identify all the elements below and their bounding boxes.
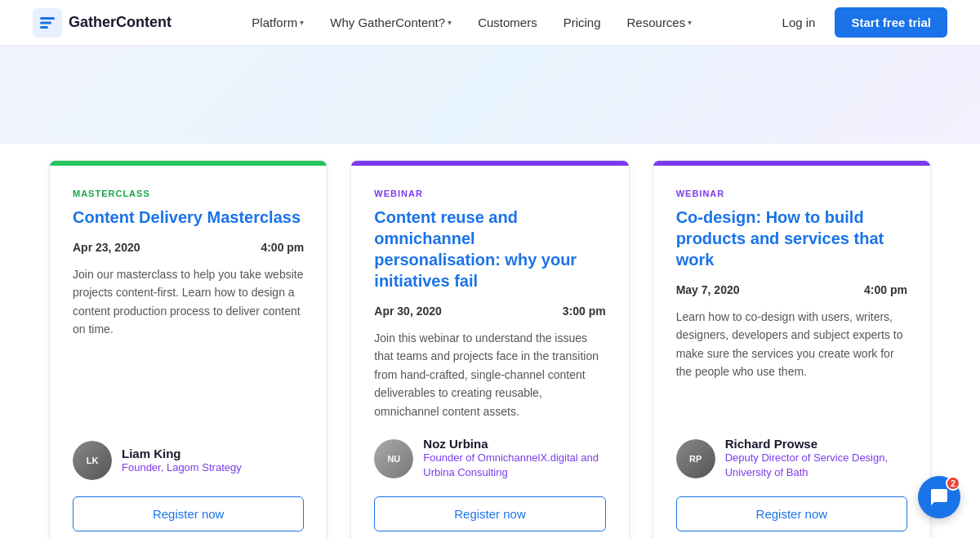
avatar-placeholder-1: LK <box>73 441 112 480</box>
logo-text: GatherContent <box>69 14 172 31</box>
speaker-avatar-1: LK <box>73 441 112 480</box>
card-desc-3: Learn how to co-design with users, write… <box>676 308 907 420</box>
chat-bubble[interactable]: 2 <box>918 476 960 518</box>
card-type-3: WEBINAR <box>676 189 907 198</box>
card-body-2: WEBINAR Content reuse and omnichannel pe… <box>351 166 628 538</box>
speaker-avatar-2: NU <box>374 439 413 478</box>
speaker-name-1: Liam King <box>122 447 242 460</box>
card-title-3: Co-design: How to build products and ser… <box>676 207 907 270</box>
speaker-avatar-3: RP <box>676 439 715 478</box>
logo-icon <box>33 8 62 38</box>
start-trial-button[interactable]: Start free trial <box>835 7 947 38</box>
card-time-2: 3:00 pm <box>563 305 606 318</box>
card-title-2: Content reuse and omnichannel personalis… <box>374 207 605 291</box>
nav-platform[interactable]: Platform ▾ <box>240 9 315 36</box>
card-webinar-1: WEBINAR Content reuse and omnichannel pe… <box>350 160 629 538</box>
logo[interactable]: GatherContent <box>33 8 172 38</box>
register-button-3[interactable]: Register now <box>676 496 907 531</box>
resources-chevron-icon: ▾ <box>688 18 692 27</box>
speaker-role-2: Founder of OmnichannelX.digital and Urbi… <box>423 451 605 480</box>
speaker-name-2: Noz Urbina <box>423 437 605 451</box>
card-body-3: WEBINAR Co-design: How to build products… <box>653 166 930 538</box>
nav-customers[interactable]: Customers <box>466 9 549 36</box>
speaker-name-3: Richard Prowse <box>725 437 907 451</box>
svg-rect-2 <box>40 26 48 29</box>
card-type-2: WEBINAR <box>374 189 605 198</box>
nav-resources[interactable]: Resources ▾ <box>616 9 704 36</box>
cards-section: MASTERCLASS Content Delivery Masterclass… <box>0 144 980 538</box>
nav-links: Platform ▾ Why GatherContent? ▾ Customer… <box>240 9 703 36</box>
speaker-info-3: Richard Prowse Deputy Director of Servic… <box>725 437 907 480</box>
register-button-1[interactable]: Register now <box>73 496 304 531</box>
navbar: GatherContent Platform ▾ Why GatherConte… <box>0 0 980 46</box>
card-type-1: MASTERCLASS <box>73 189 304 198</box>
svg-rect-0 <box>40 17 55 20</box>
register-button-2[interactable]: Register now <box>374 496 605 531</box>
nav-actions: Log in Start free trial <box>773 7 947 38</box>
card-speaker-2: NU Noz Urbina Founder of OmnichannelX.di… <box>374 437 605 480</box>
card-time-1: 4:00 pm <box>261 241 304 254</box>
speaker-role-3: Deputy Director of Service Design, Unive… <box>725 451 907 480</box>
card-webinar-2: WEBINAR Co-design: How to build products… <box>653 160 931 538</box>
platform-chevron-icon: ▾ <box>300 18 304 27</box>
chat-badge: 2 <box>946 476 960 491</box>
card-desc-2: Join this webinar to understand the issu… <box>374 329 605 420</box>
card-time-3: 4:00 pm <box>864 283 907 296</box>
card-date-3: May 7, 2020 <box>676 283 740 296</box>
login-link[interactable]: Log in <box>773 9 826 36</box>
card-date-2: Apr 30, 2020 <box>374 305 442 318</box>
card-speaker-1: LK Liam King Founder, Lagom Strategy <box>73 441 304 480</box>
hero-background <box>0 46 980 144</box>
why-chevron-icon: ▾ <box>448 18 452 27</box>
chat-icon <box>929 487 949 507</box>
card-speaker-3: RP Richard Prowse Deputy Director of Ser… <box>676 437 907 480</box>
card-meta-2: Apr 30, 2020 3:00 pm <box>374 305 605 318</box>
card-masterclass: MASTERCLASS Content Delivery Masterclass… <box>49 160 327 538</box>
card-meta-1: Apr 23, 2020 4:00 pm <box>73 241 304 254</box>
card-meta-3: May 7, 2020 4:00 pm <box>676 283 907 296</box>
card-date-1: Apr 23, 2020 <box>73 241 140 254</box>
nav-why[interactable]: Why GatherContent? ▾ <box>318 9 463 36</box>
card-body-1: MASTERCLASS Content Delivery Masterclass… <box>50 166 327 538</box>
card-title-1: Content Delivery Masterclass <box>73 207 304 228</box>
card-desc-1: Join our masterclass to help you take we… <box>73 265 304 425</box>
avatar-placeholder-3: RP <box>676 439 715 478</box>
nav-pricing[interactable]: Pricing <box>552 9 612 36</box>
cards-grid: MASTERCLASS Content Delivery Masterclass… <box>49 160 931 538</box>
speaker-info-2: Noz Urbina Founder of OmnichannelX.digit… <box>423 437 605 480</box>
avatar-placeholder-2: NU <box>374 439 413 478</box>
speaker-role-1: Founder, Lagom Strategy <box>122 460 242 475</box>
speaker-info-1: Liam King Founder, Lagom Strategy <box>122 447 242 475</box>
svg-rect-1 <box>40 21 51 24</box>
